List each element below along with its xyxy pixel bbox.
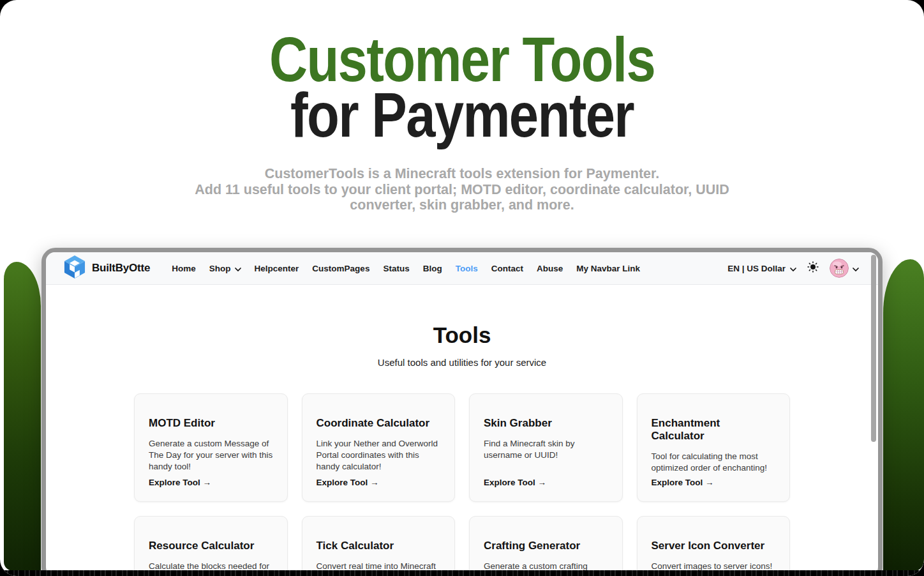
- sun-icon: [807, 261, 819, 275]
- nav-item-home[interactable]: Home: [172, 264, 196, 273]
- tool-card-motd-editor[interactable]: MOTD Editor Generate a custom Message of…: [134, 393, 288, 502]
- chevron-down-icon: [235, 264, 241, 273]
- tools-page-header: Tools Useful tools and utilities for you…: [46, 285, 878, 368]
- account-menu[interactable]: [830, 259, 859, 278]
- locale-currency-label: EN | US Dollar: [727, 264, 786, 273]
- theme-toggle-button[interactable]: [807, 261, 819, 275]
- nav-item-my-navbar-link[interactable]: My Navbar Link: [576, 264, 640, 273]
- card-description: Find a Minecraft skin by username or UUI…: [484, 438, 608, 461]
- site-navbar: BuiltByOtte Home Shop Helpcenter CustomP…: [46, 252, 878, 285]
- green-hill-decoration-right: [883, 259, 924, 571]
- tool-card-enchantment-calculator[interactable]: Enchantment Calculator Tool for calculat…: [637, 393, 791, 502]
- nav-item-tools[interactable]: Tools: [456, 264, 478, 273]
- tool-card-coordinate-calculator[interactable]: Coordinate Calculator Link your Nether a…: [302, 393, 456, 502]
- page-canvas: Customer Tools for Paymenter CustomerToo…: [0, 0, 924, 576]
- card-title: Coordinate Calculator: [317, 417, 441, 430]
- tool-card-server-icon-converter[interactable]: Server Icon Converter Convert images to …: [637, 516, 791, 576]
- card-title: Server Icon Converter: [652, 540, 776, 552]
- chevron-down-icon: [853, 262, 859, 274]
- nav-item-abuse[interactable]: Abuse: [537, 264, 563, 273]
- nav-item-status[interactable]: Status: [383, 264, 409, 273]
- cube-logo-icon: [64, 255, 86, 282]
- page-subtitle: Useful tools and utilities for your serv…: [46, 357, 878, 368]
- tool-card-crafting-generator[interactable]: Crafting Generator Generate a custom cra…: [469, 516, 623, 576]
- hero-title-line2: for Paymenter: [70, 87, 855, 143]
- card-title: MOTD Editor: [149, 417, 273, 430]
- nav-item-contact[interactable]: Contact: [491, 264, 523, 273]
- hero-subtitle-line3: converter, skin grabber, and more.: [0, 197, 924, 213]
- nav-item-shop-label: Shop: [209, 264, 231, 273]
- page-title: Tools: [46, 323, 878, 347]
- explore-tool-link[interactable]: Explore Tool →: [317, 478, 441, 487]
- locale-currency-selector[interactable]: EN | US Dollar: [727, 264, 796, 273]
- hero-subtitle: CustomerTools is a Minecraft tools exten…: [0, 166, 924, 213]
- avatar: [830, 259, 849, 278]
- window-scrollbar-thumb[interactable]: [871, 255, 876, 442]
- tool-card-tick-calculator[interactable]: Tick Calculator Convert real time into M…: [302, 516, 456, 576]
- card-title: Crafting Generator: [484, 540, 608, 552]
- hero-title-line1: Customer Tools: [70, 32, 855, 87]
- explore-tool-link[interactable]: Explore Tool →: [484, 478, 608, 487]
- card-title: Skin Grabber: [484, 417, 608, 430]
- card-description: Generate a custom Message of The Day for…: [149, 438, 273, 473]
- explore-tool-link[interactable]: Explore Tool →: [652, 478, 776, 487]
- nav-item-blog[interactable]: Blog: [423, 264, 442, 273]
- brand[interactable]: BuiltByOtte: [64, 255, 150, 282]
- hero-section: Customer Tools for Paymenter CustomerToo…: [0, 32, 924, 213]
- nav-links: Home Shop Helpcenter CustomPages Status …: [172, 264, 640, 273]
- hero-subtitle-line1: CustomerTools is a Minecraft tools exten…: [0, 166, 924, 182]
- nav-item-helpcenter[interactable]: Helpcenter: [255, 264, 299, 273]
- explore-tool-link[interactable]: Explore Tool →: [149, 478, 273, 487]
- card-title: Enchantment Calculator: [652, 417, 776, 443]
- nav-item-shop[interactable]: Shop: [209, 264, 241, 273]
- green-hill-decoration-left: [4, 262, 41, 571]
- card-title: Tick Calculator: [317, 540, 441, 552]
- brand-name: BuiltByOtte: [92, 262, 150, 275]
- navbar-right: EN | US Dollar: [727, 259, 859, 278]
- chevron-down-icon: [790, 264, 796, 273]
- card-description: Link your Nether and Overworld Portal co…: [317, 438, 441, 473]
- hero-subtitle-line2: Add 11 useful tools to your client porta…: [0, 182, 924, 198]
- card-description: Tool for calculating the most optimized …: [652, 451, 776, 474]
- tool-card-resource-calculator[interactable]: Resource Calculator Calculate the blocks…: [134, 516, 288, 576]
- nav-item-custompages[interactable]: CustomPages: [312, 264, 369, 273]
- tools-grid-row2: Resource Calculator Calculate the blocks…: [134, 516, 790, 576]
- tool-card-skin-grabber[interactable]: Skin Grabber Find a Minecraft skin by us…: [469, 393, 623, 502]
- tools-grid-row1: MOTD Editor Generate a custom Message of…: [134, 393, 790, 502]
- browser-window: BuiltByOtte Home Shop Helpcenter CustomP…: [41, 248, 883, 576]
- bedrock-texture-strip: [0, 570, 924, 576]
- card-title: Resource Calculator: [149, 540, 273, 552]
